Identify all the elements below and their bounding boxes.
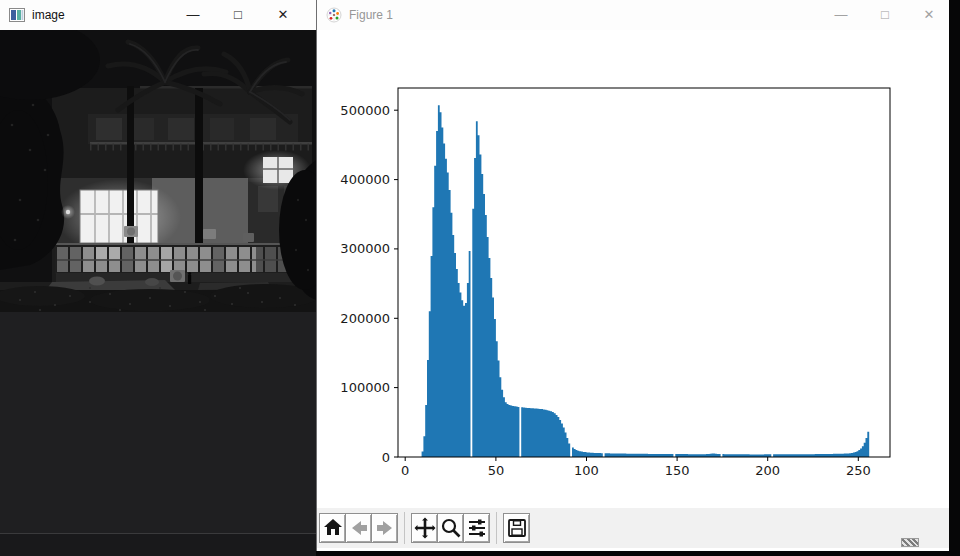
y-tick-label: 200000 — [340, 311, 390, 326]
figure-canvas[interactable]: 0501001502002500100000200000300000400000… — [317, 30, 949, 508]
mpl-titlebar[interactable]: Figure 1 — □ ✕ — [317, 0, 949, 30]
desktop-background — [0, 312, 316, 556]
pan-button[interactable] — [411, 513, 438, 543]
opencv-image-window: image — □ ✕ — [0, 0, 316, 312]
image-app-icon — [9, 7, 25, 23]
configure-subplots-icon — [466, 517, 488, 539]
cv-close-button[interactable]: ✕ — [267, 0, 299, 30]
x-tick-label: 0 — [401, 463, 409, 478]
cv-window-title: image — [32, 7, 65, 23]
cv-minimize-button[interactable]: — — [177, 0, 209, 30]
forward-icon — [374, 517, 396, 539]
y-tick-label: 400000 — [340, 172, 390, 187]
home-icon — [322, 517, 344, 539]
save-button[interactable] — [503, 513, 530, 543]
home-button[interactable] — [319, 513, 346, 543]
histogram-bars — [405, 105, 869, 457]
resize-grip[interactable] — [901, 538, 919, 547]
streetlamp — [66, 210, 70, 214]
night-photo-rendering — [0, 30, 316, 312]
mpl-maximize-button[interactable]: □ — [869, 0, 901, 30]
y-tick-label: 300000 — [340, 241, 390, 256]
zoom-button[interactable] — [437, 513, 464, 543]
cv-maximize-button[interactable]: □ — [222, 0, 254, 30]
y-tick-label: 100000 — [340, 380, 390, 395]
x-tick-label: 250 — [846, 463, 871, 478]
axes-frame — [398, 88, 890, 457]
lit-window-large — [80, 190, 158, 243]
matplotlib-logo-icon — [326, 7, 342, 23]
configure-subplots-button[interactable] — [463, 513, 490, 543]
toolbar-separator — [404, 512, 405, 544]
cv-titlebar[interactable]: image — □ ✕ — [0, 0, 316, 30]
mpl-minimize-button[interactable]: — — [825, 0, 857, 30]
save-icon — [506, 517, 528, 539]
pan-icon — [414, 517, 436, 539]
back-button[interactable] — [345, 513, 372, 543]
x-tick-label: 200 — [755, 463, 780, 478]
x-tick-label: 100 — [574, 463, 599, 478]
forward-button[interactable] — [371, 513, 398, 543]
x-tick-label: 150 — [665, 463, 690, 478]
taskbar-edge — [0, 533, 316, 556]
mpl-window-title: Figure 1 — [349, 7, 393, 23]
y-tick-label: 500000 — [340, 103, 390, 118]
mpl-toolbar — [317, 508, 949, 548]
night-photo — [0, 30, 316, 312]
toolbar-separator — [496, 512, 497, 544]
x-tick-label: 50 — [488, 463, 505, 478]
histogram-plot: 0501001502002500100000200000300000400000… — [317, 30, 949, 508]
y-tick-label: 0 — [382, 450, 390, 465]
matplotlib-figure-window: Figure 1 — □ ✕ 0501001502002500100000200… — [316, 0, 949, 551]
mpl-close-button[interactable]: ✕ — [913, 0, 945, 30]
back-icon — [348, 517, 370, 539]
zoom-icon — [440, 517, 462, 539]
